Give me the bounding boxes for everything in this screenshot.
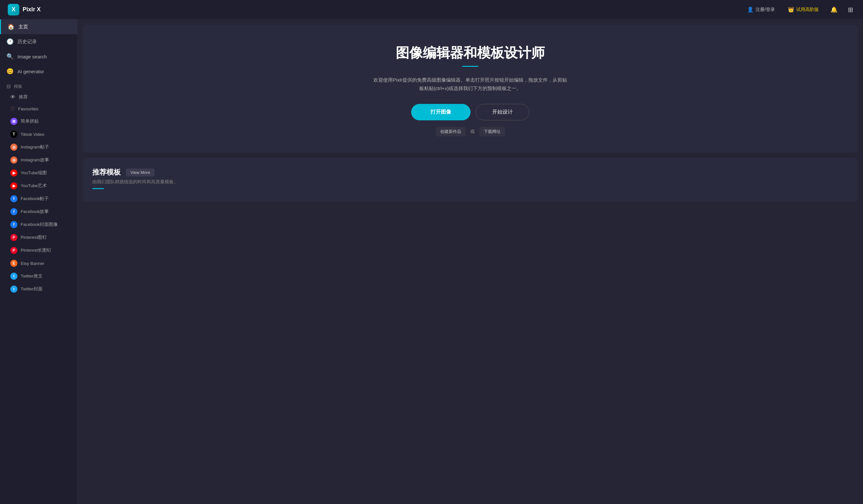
pinterest-pin-icon: P: [10, 234, 17, 241]
sidebar-sub-item-pinterest-long[interactable]: P Pinterest长图钉: [0, 244, 77, 257]
logo-icon: X: [8, 4, 20, 15]
sidebar-sub-item-label: Twitter封面: [21, 286, 42, 292]
premium-label: 试用高阶版: [796, 7, 819, 13]
sidebar-sub-item-label: 简单拼贴: [21, 118, 39, 124]
templates-label-text: 模板: [14, 84, 22, 89]
sidebar-sub-item-facebook-post[interactable]: f Facebook帖子: [0, 192, 77, 205]
sidebar-sub-item-recommended[interactable]: 👁 推荐: [0, 91, 77, 103]
register-button[interactable]: 👤 注册/登录: [744, 4, 778, 14]
image-search-icon: 🔍: [7, 53, 14, 60]
twitter-cover-icon: t: [10, 286, 17, 293]
sidebar-sub-item-twitter-cover[interactable]: t Twitter封面: [0, 283, 77, 295]
sidebar-sub-item-instagram-post[interactable]: ◎ Instagram帖子: [0, 141, 77, 154]
facebook-cover-icon: f: [10, 221, 17, 228]
youtube-thumb-icon: ▶: [10, 169, 17, 176]
hero-buttons: 打开图像 开始设计: [96, 104, 845, 121]
twitter-post-icon: t: [10, 273, 17, 280]
sidebar-sub-item-label: Tiktok Video: [21, 132, 45, 137]
download-url-button[interactable]: 下载网址: [479, 127, 505, 137]
sidebar-sub-item-etsy-banner[interactable]: E Etsy Banner: [0, 257, 77, 270]
sidebar-item-ai-generator[interactable]: 😊 AI generator: [0, 64, 77, 79]
tiktok-icon: T: [10, 131, 17, 138]
etsy-banner-icon: E: [10, 260, 17, 267]
templates-section-label: ⊟ 模板: [0, 79, 77, 91]
header-left: X Pixlr X: [8, 4, 41, 15]
ai-generator-icon: 😊: [7, 68, 14, 75]
grid-menu-button[interactable]: ⊞: [846, 4, 855, 15]
crown-icon: 👑: [788, 7, 794, 13]
pinterest-long-icon: P: [10, 247, 17, 254]
sidebar-sub-item-label: Pinterest长图钉: [21, 248, 51, 253]
sidebar-item-image-search[interactable]: 🔍 Image search: [0, 49, 77, 64]
hero-links: 创建新作品 或 下载网址: [96, 127, 845, 137]
sidebar: 🏠 主页 🕐 历史记录 🔍 Image search 😊 AI generato…: [0, 20, 77, 504]
sidebar-sub-item-label: Facebook帖子: [21, 196, 49, 202]
sidebar-item-label: AI generator: [17, 69, 44, 74]
templates-section: 推荐模板 View More 由我们团队精挑细选的时尚和高质量模板。: [83, 158, 858, 202]
sidebar-sub-item-tiktok[interactable]: T Tiktok Video: [0, 128, 77, 141]
sidebar-sub-item-youtube-thumb[interactable]: ▶ YouTube缩图: [0, 166, 77, 179]
sidebar-sub-item-label: Instagram故事: [21, 157, 49, 163]
sidebar-item-label: Image search: [17, 54, 47, 59]
create-new-button[interactable]: 创建新作品: [436, 127, 466, 137]
sidebar-sub-item-label: Facebook封面图像: [21, 222, 58, 227]
sidebar-item-history[interactable]: 🕐 历史记录: [0, 34, 77, 49]
instagram-post-icon: ◎: [10, 143, 17, 151]
premium-button[interactable]: 👑 试用高阶版: [785, 4, 822, 14]
user-icon: 👤: [747, 7, 754, 13]
sidebar-item-home[interactable]: 🏠 主页: [0, 20, 77, 34]
sidebar-sub-item-facebook-story[interactable]: f Facebook故事: [0, 205, 77, 218]
hero-description: 欢迎使用Pixlr提供的免费高级图像编辑器。单击打开照片按钮开始编辑，拖放文件，…: [373, 76, 567, 92]
templates-title: 推荐模板: [92, 167, 121, 177]
sidebar-sub-item-label: Favourites: [18, 106, 38, 111]
simple-collage-icon: ⊞: [10, 118, 17, 125]
facebook-story-icon: f: [10, 208, 17, 215]
main-content: 图像编辑器和模板设计师 欢迎使用Pixlr提供的免费高级图像编辑器。单击打开照片…: [77, 20, 863, 504]
sidebar-sub-item-instagram-story[interactable]: ◎ Instagram故事: [0, 154, 77, 166]
sidebar-sub-item-twitter-post[interactable]: t Twitter推文: [0, 270, 77, 283]
home-icon: 🏠: [8, 23, 14, 30]
header: X Pixlr X 👤 注册/登录 👑 试用高阶版 🔔 ⊞: [0, 0, 863, 20]
sidebar-sub-item-label: Etsy Banner: [21, 261, 45, 266]
hero-underline: [462, 66, 478, 67]
view-more-button[interactable]: View More: [126, 168, 154, 176]
instagram-story-icon: ◎: [10, 156, 17, 164]
sidebar-item-label: 历史记录: [17, 39, 37, 45]
sidebar-sub-item-label: Twitter推文: [21, 273, 42, 279]
hero-title: 图像编辑器和模板设计师: [96, 44, 845, 62]
sidebar-sub-item-label: 推荐: [19, 94, 28, 100]
app-title: Pixlr X: [23, 6, 41, 13]
facebook-post-icon: f: [10, 195, 17, 202]
layout: 🏠 主页 🕐 历史记录 🔍 Image search 😊 AI generato…: [0, 20, 863, 504]
history-icon: 🕐: [7, 38, 14, 45]
sidebar-item-label: 主页: [18, 24, 28, 30]
favourites-icon: ♡: [10, 106, 15, 112]
start-design-button[interactable]: 开始设计: [476, 104, 529, 121]
register-label: 注册/登录: [755, 7, 775, 13]
templates-header: 推荐模板 View More: [92, 167, 848, 177]
sidebar-sub-item-label: YouTube缩图: [21, 170, 47, 176]
or-text: 或: [470, 129, 475, 135]
youtube-art-icon: ▶: [10, 182, 17, 189]
templates-underline: [92, 188, 104, 189]
sidebar-sub-item-label: Facebook故事: [21, 209, 49, 215]
hero-section: 图像编辑器和模板设计师 欢迎使用Pixlr提供的免费高级图像编辑器。单击打开照片…: [83, 25, 858, 153]
sidebar-sub-item-label: YouTube艺术: [21, 183, 47, 189]
sidebar-sub-item-favourites[interactable]: ♡ Favourites: [0, 103, 77, 115]
sidebar-sub-item-facebook-cover[interactable]: f Facebook封面图像: [0, 218, 77, 231]
recommended-icon: 👁: [10, 94, 15, 100]
templates-description: 由我们团队精挑细选的时尚和高质量模板。: [92, 179, 848, 185]
sidebar-sub-item-label: Instagram帖子: [21, 144, 49, 150]
sidebar-sub-item-youtube-art[interactable]: ▶ YouTube艺术: [0, 179, 77, 192]
header-right: 👤 注册/登录 👑 试用高阶版 🔔 ⊞: [744, 4, 855, 15]
sidebar-sub-item-simple-collage[interactable]: ⊞ 简单拼贴: [0, 115, 77, 128]
sidebar-sub-item-pinterest-pin[interactable]: P Pinterest图钉: [0, 231, 77, 244]
sidebar-sub-item-label: Pinterest图钉: [21, 235, 47, 240]
notification-button[interactable]: 🔔: [828, 4, 839, 15]
open-image-button[interactable]: 打开图像: [411, 104, 471, 121]
